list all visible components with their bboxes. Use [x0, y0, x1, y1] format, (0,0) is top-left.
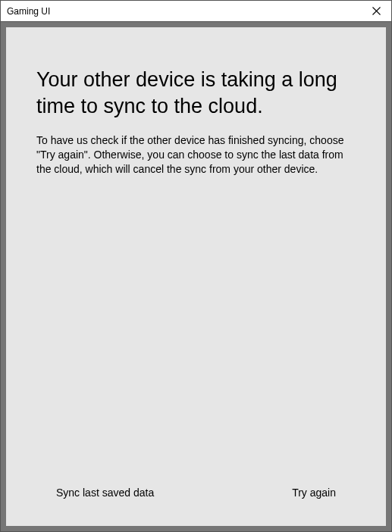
- try-again-button[interactable]: Try again: [286, 482, 342, 503]
- close-icon: [372, 7, 381, 15]
- button-row: Sync last saved data Try again: [36, 482, 356, 508]
- window-frame: Gaming UI Your other device is taking a …: [0, 0, 392, 532]
- sync-last-saved-button[interactable]: Sync last saved data: [50, 482, 160, 503]
- spacer: [36, 177, 356, 482]
- outer-frame: Your other device is taking a long time …: [1, 22, 391, 531]
- close-button[interactable]: [364, 2, 388, 21]
- window-title: Gaming UI: [7, 6, 50, 17]
- dialog-body: To have us check if the other device has…: [36, 133, 356, 177]
- dialog-heading: Your other device is taking a long time …: [36, 67, 356, 120]
- titlebar: Gaming UI: [1, 1, 391, 22]
- content-area: Your other device is taking a long time …: [6, 27, 386, 526]
